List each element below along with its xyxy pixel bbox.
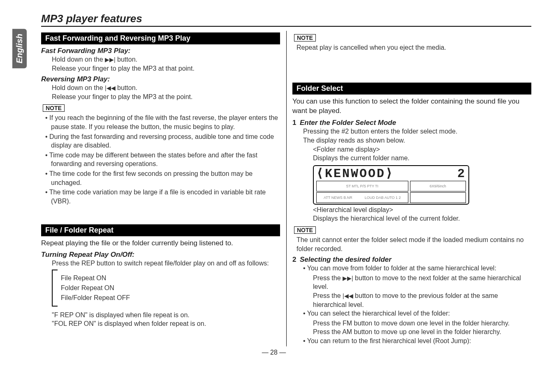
note1-item: The time code variation may be large if … (45, 188, 280, 205)
section-file-folder-repeat: File / Folder Repeat (41, 224, 280, 236)
cycle-bracket-icon (52, 270, 58, 307)
left-column: Fast Forwarding and Reversing MP3 Play F… (41, 31, 280, 346)
toggle-title: Turning Repeat Play On/Off: (41, 251, 280, 259)
note2: The unit cannot enter the folder select … (297, 235, 531, 253)
cycle-item: File Repeat ON (61, 274, 130, 282)
step2-bullets: You can move from folder to folder at th… (303, 264, 531, 273)
note-label-2: NOTE (294, 226, 316, 234)
section-folder-select: Folder Select (292, 83, 531, 95)
caption-bot2: Displays the hierarchical level of the c… (313, 214, 531, 223)
step2-b2a: Press the FM button to move down one lev… (313, 319, 531, 328)
language-tab: English (12, 29, 27, 68)
step2-title: Selecting the desired folder (300, 256, 392, 263)
rev-line1-pre: Hold down on the (52, 84, 105, 91)
note-list-1: If you reach the beginning of the file w… (45, 113, 280, 205)
next-track-icon: ▶▶| (343, 275, 353, 281)
cycle-item: File/Folder Repeat OFF (61, 294, 130, 302)
sec3-intro: You can use this function to select the … (292, 97, 531, 116)
lcd-seg-right2 (410, 192, 466, 203)
note-top: Repeat play is cancelled when you eject … (297, 43, 531, 52)
lcd-seg-left: ST MTL P/S PTY TI (316, 181, 408, 191)
lcd-main-text: ⟨KENWOOD⟩ (316, 168, 394, 180)
note1-item: Time code may be different between the s… (45, 151, 280, 168)
next-track-icon: ▶▶| (105, 56, 116, 63)
step2-b1b: Press the |◀◀ button to move to the prev… (313, 291, 531, 309)
page-number: — 28 — (16, 349, 531, 356)
caption-bot1: <Hierarchical level display> (313, 205, 531, 214)
b1a-pre: Press the (313, 274, 343, 281)
note1-item: If you reach the beginning of the file w… (45, 113, 280, 131)
step2-b2b: Press the AM button to move up one level… (313, 327, 531, 337)
step2-bullets3: You can return to the first hierarchical… (303, 337, 531, 346)
rev-title: Reversing MP3 Play: (41, 75, 280, 83)
step2-b2: You can select the hierarchical level of… (303, 309, 531, 318)
lcd-seg-a: ST MTL P/S PTY TI (346, 184, 378, 188)
step2-bullets2: You can select the hierarchical level of… (303, 309, 531, 318)
rev-line1: Hold down on the |◀◀ button. (52, 83, 280, 92)
note1-item: The time code for the first few seconds … (45, 169, 280, 187)
lcd-seg-b: ATT NEWS B.NR (324, 196, 352, 200)
note-label-top: NOTE (294, 34, 316, 42)
step1-title: Enter the Folder Select Mode (300, 119, 396, 127)
caption-top2: Displays the current folder name. (313, 154, 531, 163)
page-title: MP3 player features (41, 12, 531, 27)
ff-line1-pre: Hold down on the (52, 56, 105, 63)
right-column: NOTE Repeat play is cancelled when you e… (292, 31, 531, 346)
step2-b1a: Press the ▶▶| button to move to the next… (313, 274, 531, 291)
disp2: "FOL REP ON" is displayed when folder re… (52, 319, 280, 328)
ff-title: Fast Forwarding MP3 Play: (41, 47, 280, 55)
ff-line1-post: button. (116, 56, 137, 63)
lcd-seg-right: 6X9/6inch (410, 181, 466, 191)
column-divider (286, 31, 287, 346)
lcd-display: ⟨KENWOOD⟩ 2 ST MTL P/S PTY TI 6X9/6inch … (313, 165, 469, 205)
step1-num: 1 (292, 119, 296, 127)
step2-b3: You can return to the first hierarchical… (303, 337, 531, 346)
cycle-item: Folder Repeat ON (61, 284, 130, 292)
caption-top1: <Folder name display> (313, 145, 531, 154)
lcd-main-right: 2 (457, 168, 466, 180)
rev-line1-post: button. (116, 84, 137, 91)
repeat-cycle: File Repeat ON Folder Repeat ON File/Fol… (52, 270, 280, 307)
section-fast-forward: Fast Forwarding and Reversing MP3 Play (41, 32, 280, 44)
step1-l1: Pressing the #2 button enters the folder… (303, 127, 531, 136)
toggle-body: Press the REP button to switch repeat fi… (52, 259, 280, 268)
lcd-seg-left2: ATT NEWS B.NR LOUD DAB AUTO 1 2 (316, 192, 408, 203)
disp1: "F REP ON" is displayed when file repeat… (52, 311, 280, 320)
step1-l2: The display reads as shown below. (303, 136, 531, 145)
step2-num: 2 (292, 256, 296, 263)
note1-item: During the fast forwarding and reversing… (45, 132, 280, 150)
b1b-pre: Press the (313, 292, 343, 299)
ff-line1: Hold down on the ▶▶| button. (52, 55, 280, 64)
ff-line2: Release your finger to play the MP3 at t… (52, 64, 280, 73)
note-label-1: NOTE (43, 104, 65, 112)
prev-track-icon: |◀◀ (105, 85, 116, 91)
sec2-intro: Repeat playing the file or the folder cu… (41, 239, 280, 248)
lcd-seg-d: 6X9/6inch (430, 184, 446, 188)
rev-line2: Release your finger to play the MP3 at t… (52, 92, 280, 101)
lcd-seg-c: LOUD DAB AUTO 1 2 (365, 196, 401, 200)
step2-b1: You can move from folder to folder at th… (303, 264, 531, 273)
prev-track-icon: |◀◀ (343, 293, 353, 299)
